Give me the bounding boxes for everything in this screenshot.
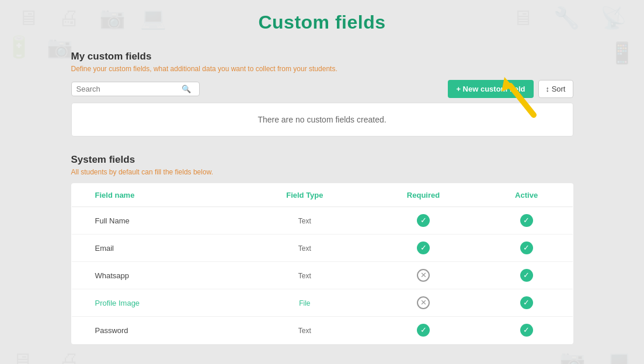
system-fields-section: System fields All students by default ca… [71, 154, 573, 344]
check-icon: ✓ [520, 214, 533, 227]
system-fields-title: System fields [71, 154, 573, 166]
table-row: Full NameText✓✓ [71, 207, 573, 235]
search-icon: 🔍 [182, 85, 191, 93]
empty-state-box: There are no custom fields created. [71, 103, 573, 136]
table-row: PasswordText✓✓ [71, 317, 573, 344]
field-name-cell: Profile Image [71, 289, 243, 317]
search-box: 🔍 [71, 82, 200, 96]
field-type-cell: Text [243, 207, 366, 235]
required-cell: ✓ [366, 317, 480, 344]
field-name-cell: Whatsapp [71, 262, 243, 289]
field-type-cell: Text [243, 262, 366, 289]
table-row: Profile ImageFile✕✓ [71, 289, 573, 317]
active-cell: ✓ [481, 262, 573, 289]
circle-x-icon: ✕ [417, 296, 430, 309]
field-name-cell: Full Name [71, 207, 243, 235]
field-name-cell: Password [71, 317, 243, 344]
page-container: Custom fields My custom fields Define yo… [60, 0, 585, 364]
system-fields-table: Field name Field Type Required Active Fu… [71, 183, 573, 344]
check-icon: ✓ [520, 242, 533, 254]
active-cell: ✓ [481, 207, 573, 235]
table-header-row: Field name Field Type Required Active [71, 184, 573, 207]
empty-state-message: There are no custom fields created. [257, 115, 386, 124]
field-name-cell: Email [71, 235, 243, 262]
check-icon: ✓ [520, 269, 533, 282]
circle-x-icon: ✕ [417, 269, 430, 282]
active-cell: ✓ [481, 289, 573, 317]
table-row: EmailText✓✓ [71, 235, 573, 262]
active-cell: ✓ [481, 235, 573, 262]
col-header-active: Active [481, 184, 573, 207]
active-cell: ✓ [481, 317, 573, 344]
required-cell: ✕ [366, 262, 480, 289]
check-icon: ✓ [417, 214, 430, 227]
required-cell: ✕ [366, 289, 480, 317]
new-custom-field-button[interactable]: + New custom field [448, 80, 533, 98]
col-header-field-type: Field Type [243, 184, 366, 207]
search-input[interactable] [76, 85, 182, 93]
custom-fields-toolbar: 🔍 + New custom field ↕ Sort [71, 80, 573, 98]
toolbar-buttons: + New custom field ↕ Sort [448, 80, 573, 98]
page-title: Custom fields [71, 12, 573, 33]
field-type-cell: File [243, 289, 366, 317]
required-cell: ✓ [366, 235, 480, 262]
check-icon: ✓ [417, 242, 430, 254]
my-custom-fields-section: My custom fields Define your custom fiel… [71, 51, 573, 136]
my-custom-fields-subtitle: Define your custom fields, what addition… [71, 65, 573, 73]
required-cell: ✓ [366, 207, 480, 235]
col-header-field-name: Field name [71, 184, 243, 207]
field-type-cell: Text [243, 317, 366, 344]
sort-button[interactable]: ↕ Sort [538, 80, 573, 98]
check-icon: ✓ [520, 296, 533, 309]
table-row: WhatsappText✕✓ [71, 262, 573, 289]
col-header-required: Required [366, 184, 480, 207]
check-icon: ✓ [520, 324, 533, 337]
my-custom-fields-title: My custom fields [71, 51, 573, 62]
field-type-cell: Text [243, 235, 366, 262]
system-fields-subtitle: All students by default can fill the fie… [71, 168, 573, 176]
check-icon: ✓ [417, 324, 430, 337]
